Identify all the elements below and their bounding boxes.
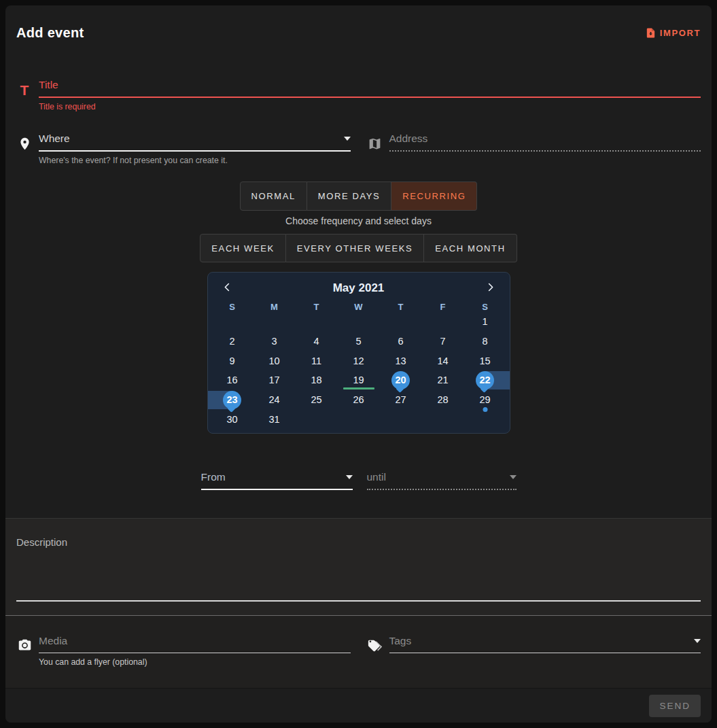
chevron-right-icon [485,282,495,294]
calendar-day-18[interactable]: 18 [296,370,338,390]
calendar-day-13[interactable]: 13 [380,351,422,370]
day-number: 15 [479,356,490,366]
weekday-label: F [422,302,464,312]
description-section: Description [5,518,712,615]
weekday-label: M [253,302,296,312]
media-input[interactable]: Media [39,635,351,653]
weekday-label: T [380,302,422,312]
calendar-day-8[interactable]: 8 [464,332,506,351]
calendar-day-20[interactable]: 20 [380,370,422,390]
selected-day-badge: 22 [476,371,494,389]
day-number: 5 [355,336,361,347]
tags-column: Tags [367,635,701,667]
calendar-week-row: 9101112131415 [211,351,506,370]
calendar-day-10[interactable]: 10 [253,351,296,370]
tab-normal[interactable]: NORMAL [240,181,307,211]
day-number: 27 [395,394,406,405]
where-hint: Where's the event? If not present you ca… [39,156,351,165]
calendar-day-5[interactable]: 5 [338,332,380,351]
calendar-day-19[interactable]: 19 [338,370,380,390]
calendar-day-27[interactable]: 27 [380,390,422,410]
calendar-day-3[interactable]: 3 [253,332,296,351]
weekday-label: W [338,302,380,312]
calendar-day-4[interactable]: 4 [296,332,338,351]
until-select[interactable]: until [367,471,517,490]
where-select[interactable]: Where [39,133,351,152]
calendar-day-31[interactable]: 31 [253,409,296,429]
chevron-down-icon [510,475,517,479]
dialog-header: Add event IMPORT [16,24,701,41]
calendar-day-14[interactable]: 14 [422,351,464,370]
day-number: 8 [482,336,487,347]
calendar-day-21[interactable]: 21 [422,370,464,390]
chevron-down-icon [346,475,353,479]
send-button[interactable]: SEND [649,695,701,717]
chevron-down-icon [694,639,701,643]
frequency-each-week[interactable]: EACH WEEK [200,234,285,262]
location-row: Where Where's the event? If not present … [16,133,701,165]
import-button[interactable]: IMPORT [645,27,701,39]
calendar-day-17[interactable]: 17 [253,370,296,390]
day-number: 17 [268,375,279,385]
calendar-day-22[interactable]: 22 [464,370,506,390]
day-number: 9 [229,356,234,366]
day-number: 16 [226,375,237,385]
day-number: 19 [353,375,364,385]
calendar-day-11[interactable]: 11 [296,351,338,370]
calendar-day-28[interactable]: 28 [422,390,464,410]
calendar-day-15[interactable]: 15 [464,351,506,370]
from-select[interactable]: From [201,471,353,490]
calendar-week-row: 23242526272829 [211,390,506,410]
day-number: 28 [437,394,448,405]
calendar-day-9[interactable]: 9 [211,351,253,370]
calendar-day-16[interactable]: 16 [211,370,253,390]
day-number: 12 [353,356,364,366]
title-input[interactable]: Title [39,79,701,98]
day-number: 10 [268,356,279,366]
tags-select[interactable]: Tags [389,635,701,653]
selected-day-badge: 23 [223,391,241,409]
tags-icon [367,637,383,653]
from-placeholder: From [201,471,226,483]
frequency-tabs: EACH WEEKEVERY OTHER WEEKSEACH MONTH [16,234,701,262]
calendar-day-29[interactable]: 29 [464,390,506,410]
calendar-week-row: 2345678 [211,332,506,351]
tab-recurring[interactable]: RECURRING [391,181,477,211]
media-section: Media You can add a flyer (optional) [5,615,712,688]
address-input[interactable]: Address [389,133,701,152]
calendar-empty-cell [296,409,338,429]
page: Add event IMPORT T Title [0,0,717,728]
title-field-row: T Title [16,79,701,98]
calendar-day-12[interactable]: 12 [338,351,380,370]
add-event-dialog: Add event IMPORT T Title [5,5,712,723]
description-input[interactable] [16,548,701,602]
media-placeholder: Media [39,635,67,647]
file-import-icon [645,27,657,39]
calendar-day-1[interactable]: 1 [464,312,506,332]
calendar-day-24[interactable]: 24 [253,390,296,410]
frequency-every-other-weeks[interactable]: EVERY OTHER WEEKS [286,234,424,262]
calendar-day-2[interactable]: 2 [211,332,253,351]
calendar-day-6[interactable]: 6 [380,332,422,351]
frequency-each-month[interactable]: EACH MONTH [424,234,517,262]
day-number: 7 [440,336,445,347]
selected-day-badge: 20 [391,371,410,389]
calendar-empty-cell [464,409,506,429]
title-error-text: Title is required [39,102,701,111]
calendar-empty-cell [338,312,380,332]
calendar-day-26[interactable]: 26 [338,390,380,410]
calendar-day-25[interactable]: 25 [296,390,338,410]
calendar-day-7[interactable]: 7 [422,332,464,351]
weekday-label: S [211,302,253,312]
day-number: 6 [398,336,403,347]
calendar-next-button[interactable] [484,281,497,296]
calendar-empty-cell [380,409,422,429]
camera-icon [16,637,33,653]
calendar-prev-button[interactable] [221,281,234,296]
tab-more-days[interactable]: MORE DAYS [307,181,391,211]
calendar-empty-cell [338,409,380,429]
calendar-day-23[interactable]: 23 [211,390,253,410]
chevron-down-icon [344,137,351,141]
calendar-day-30[interactable]: 30 [211,409,253,429]
title-icon: T [16,82,33,98]
